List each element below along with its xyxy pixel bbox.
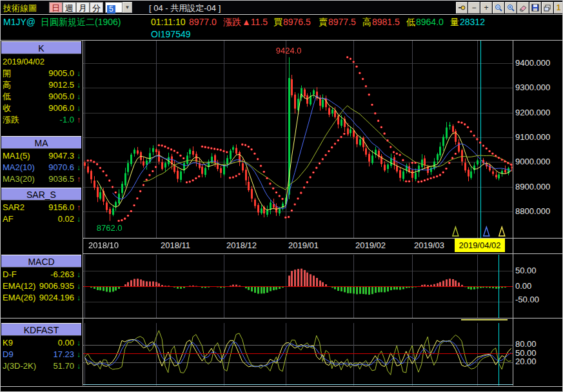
tab-week[interactable]: 週 xyxy=(63,2,76,13)
page-1-button[interactable]: 1 xyxy=(554,2,563,14)
app-window: 技術線圖 日 週 月 分 5 ▼ [ 04 - 共用設定-04 ] − + 1 xyxy=(0,0,563,392)
k-high-label: 高 xyxy=(3,79,11,91)
zoom-out-icon xyxy=(495,4,502,12)
k9-value: 0.00 xyxy=(58,337,74,349)
plus-icon: + xyxy=(484,3,488,12)
k-open-row: 開9005.0↓ xyxy=(3,68,81,79)
down-arrow-icon: ↓ xyxy=(77,349,81,360)
tab-month[interactable]: 月 xyxy=(76,2,90,13)
last-price: 8977.0 xyxy=(189,15,217,29)
k-low-row: 低9005.0↓ xyxy=(3,91,81,103)
divider xyxy=(1,40,563,41)
k-change-row: 漲跌-1.0↑ xyxy=(3,114,81,126)
current-date-label: 2019/04/02 xyxy=(455,239,505,252)
down-arrow-icon: ↓ xyxy=(77,360,81,372)
k-high-value: 9012.5 xyxy=(48,79,74,91)
ma2-value: 9070.6 xyxy=(48,162,74,173)
macd-ema12-value: 9006.935 xyxy=(39,280,74,292)
ma3-value: 9036.5 xyxy=(48,173,74,185)
ask-label: 賣 xyxy=(319,15,328,29)
macd-ema12-row: EMA(12)9006.935↓ xyxy=(3,280,81,292)
macd-df-label: D-F xyxy=(3,269,17,280)
down-arrow-icon: ↓ xyxy=(77,91,81,103)
divider xyxy=(83,41,83,386)
save-button[interactable] xyxy=(529,2,541,14)
j-row: J(3D-2K)51.70↓ xyxy=(3,360,81,372)
interval-value: 5 xyxy=(107,5,115,14)
macd-ema12-label: EMA(12) xyxy=(3,280,35,292)
macd-chart-canvas[interactable] xyxy=(83,255,513,318)
x-tick: 2018/12 xyxy=(226,239,257,252)
k-open-value: 9005.0 xyxy=(48,68,74,79)
high-annotation: 9424.0 xyxy=(276,46,302,55)
tab-day[interactable]: 日 xyxy=(49,2,63,13)
quote-bar: M1JY@ 日圓新規近二(1906) 01:11:10 8977.0 漲跌 ▲1… xyxy=(1,15,562,29)
zoom-in-button[interactable] xyxy=(505,2,517,14)
panel-header-sar[interactable]: SAR_S xyxy=(1,188,81,201)
change-label: 漲跌 xyxy=(223,15,241,29)
tab-minute[interactable]: 分 xyxy=(90,2,103,13)
panel-header-kd[interactable]: KDFAST xyxy=(1,323,81,336)
macd-y-tick: 50.00 xyxy=(515,266,562,275)
x-tick: 2019/03 xyxy=(414,239,444,252)
bid-price: 8976.5 xyxy=(283,15,311,29)
ma3-row: MA3(20)9036.5↑ xyxy=(3,173,81,185)
k-close-label: 收 xyxy=(3,103,11,114)
cascade-windows-icon xyxy=(544,4,551,12)
down-arrow-icon: ↓ xyxy=(77,162,81,173)
k-open-label: 開 xyxy=(3,68,11,79)
sar2-row: SAR29156.0↑ xyxy=(3,202,81,213)
af-label: AF xyxy=(3,213,14,225)
pin-icon xyxy=(458,4,466,12)
macd-ema26-label: EMA(26) xyxy=(3,292,35,304)
macd-y-tick: -50.00 xyxy=(515,295,562,304)
open-interest: OI197549 xyxy=(151,29,191,40)
divider xyxy=(1,386,563,387)
up-arrow-icon: ↑ xyxy=(77,173,81,185)
minus-icon: − xyxy=(471,3,476,12)
k-close-value: 9006.0 xyxy=(48,103,74,114)
up-arrow-icon: ↑ xyxy=(77,202,81,213)
y-tick: 9400.000 xyxy=(515,59,562,68)
macd-y-tick: 0.00 xyxy=(515,282,562,291)
down-arrow-icon: ↓ xyxy=(77,292,81,304)
k-low-value: 9005.0 xyxy=(48,91,74,103)
sar2-label: SAR2 xyxy=(3,202,25,213)
chevron-down-icon: ▼ xyxy=(125,5,130,10)
app-title: 技術線圖 xyxy=(3,3,37,14)
k9-label: K9 xyxy=(3,337,13,349)
k-low-label: 低 xyxy=(3,91,11,103)
collapse-button[interactable]: − xyxy=(468,2,480,14)
eraser-icon xyxy=(519,4,527,12)
x-tick: 2019/01 xyxy=(288,239,319,252)
panel-header-macd[interactable]: MACD xyxy=(1,255,81,268)
cascade-windows-button[interactable] xyxy=(542,2,553,14)
k-change-value: -1.0 xyxy=(60,114,74,126)
pin-button[interactable] xyxy=(456,2,468,14)
page-1-label: 1 xyxy=(557,3,561,12)
interval-select[interactable]: 5 xyxy=(105,2,123,13)
interval-dropdown-button[interactable]: ▼ xyxy=(123,2,132,13)
k-high-row: 高9012.5↓ xyxy=(3,79,81,91)
divider xyxy=(83,238,563,239)
toolbar: 技術線圖 日 週 月 分 5 ▼ [ 04 - 共用設定-04 ] − + 1 xyxy=(1,1,562,15)
ma3-label: MA3(20) xyxy=(3,173,35,185)
main-chart-canvas[interactable] xyxy=(83,41,513,238)
expand-button[interactable]: + xyxy=(480,2,492,14)
panel-header-ma[interactable]: MA xyxy=(1,136,81,149)
save-icon xyxy=(531,4,539,12)
k-date: 2019/04/02 xyxy=(3,56,44,68)
ma1-row: MA1(5)9047.3↓ xyxy=(3,150,81,162)
macd-df-value: -6.263 xyxy=(50,269,74,280)
up-arrow-icon: ↑ xyxy=(77,114,81,126)
panel-header-k[interactable]: K xyxy=(1,41,81,54)
high-price: 8981.5 xyxy=(372,15,400,29)
sar2-value: 9156.0 xyxy=(48,202,74,213)
zoom-out-button[interactable] xyxy=(493,2,504,14)
kd-chart-canvas[interactable] xyxy=(83,323,513,386)
y-tick: 9300.000 xyxy=(515,83,562,92)
oi-bar: OI197549 xyxy=(1,29,562,40)
volume-value: 28312 xyxy=(460,15,485,29)
eraser-button[interactable] xyxy=(517,2,529,14)
divider xyxy=(83,253,563,254)
